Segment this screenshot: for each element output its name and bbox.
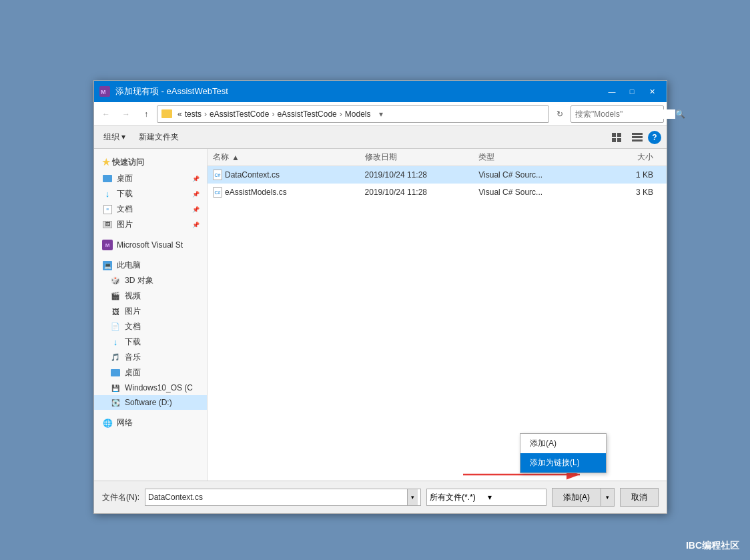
breadcrumb-models[interactable]: Models: [345, 109, 371, 119]
file-row-datacontext[interactable]: C# DataContext.cs 2019/10/24 11:28 Visua…: [208, 166, 667, 184]
sidebar-item-3d[interactable]: 🎲 3D 对象: [94, 273, 207, 288]
sidebar-item-win10[interactable]: 💾 Windows10_OS (C: [94, 380, 207, 395]
search-input[interactable]: [575, 109, 675, 119]
title-bar: M 添加现有项 - eAssistWebTest — □ ✕: [94, 81, 667, 102]
file-list: 名称 ▲ 修改日期 类型 大小 C# DataContext.cs 2019/1…: [208, 149, 667, 481]
filetype-dropdown-icon: ▾: [488, 493, 543, 502]
desktop2-icon: [110, 368, 121, 378]
sidebar-item-download[interactable]: ↓ 下载 📌: [94, 186, 207, 202]
filename-dropdown-btn[interactable]: ▾: [407, 489, 418, 505]
file-name-eassist: eAssistModels.cs: [225, 188, 287, 197]
menu-item-add-as-link[interactable]: 添加为链接(L): [520, 453, 606, 473]
dl-icon: ↓: [110, 337, 121, 348]
breadcrumb-tests[interactable]: tests: [185, 109, 202, 119]
back-button[interactable]: ←: [97, 105, 115, 123]
new-folder-label: 新建文件夹: [139, 131, 179, 143]
sidebar-label-software: Software (D:): [125, 398, 172, 407]
sidebar-label-dl: 下载: [125, 336, 141, 348]
file-name-col: C# DataContext.cs: [213, 170, 365, 180]
music-icon: 🎵: [110, 352, 121, 363]
quick-access-section: ★ 快速访问 桌面 📌 ↓ 下载 📌: [94, 154, 207, 232]
sidebar-item-pics[interactable]: 🖼 图片: [94, 304, 207, 319]
maximize-button[interactable]: □: [623, 85, 641, 98]
sidebar-label-pics: 图片: [125, 306, 141, 317]
new-folder-button[interactable]: 新建文件夹: [135, 130, 183, 144]
add-button[interactable]: 添加(A): [552, 488, 601, 507]
file-name-col2: C# eAssistModels.cs: [213, 187, 365, 198]
file-date-datacontext: 2019/10/24 11:28: [365, 170, 479, 180]
menu-item-add[interactable]: 添加(A): [520, 434, 606, 453]
view-list-button[interactable]: [628, 130, 647, 145]
col-name-header[interactable]: 名称 ▲: [213, 152, 365, 163]
svg-text:M: M: [101, 89, 106, 95]
cancel-button[interactable]: 取消: [620, 488, 659, 507]
pin-icon2: 📌: [192, 191, 199, 198]
refresh-button[interactable]: ↻: [550, 105, 569, 123]
toolbar: 组织 ▾ 新建文件夹 ?: [94, 126, 667, 149]
svg-rect-8: [632, 139, 643, 142]
minimize-button[interactable]: —: [603, 85, 621, 98]
file-name-datacontext: DataContext.cs: [225, 170, 280, 180]
pin-icon: 📌: [192, 176, 199, 182]
breadcrumb-eassist2[interactable]: eAssistTestCode: [277, 109, 336, 119]
filetype-select[interactable]: 所有文件(*.*) ▾: [426, 489, 546, 506]
view-grid-button[interactable]: [608, 130, 627, 145]
dropdown-menu: 添加(A) 添加为链接(L): [520, 433, 607, 473]
pin-icon4: 📌: [192, 222, 199, 228]
view-controls: ?: [608, 130, 661, 145]
add-btn-group: 添加(A) ▾: [552, 488, 615, 507]
col-type-header[interactable]: 类型: [478, 152, 593, 163]
breadcrumb-eassist1[interactable]: eAssistTestCode: [210, 109, 269, 119]
network-section: 🌐 网络: [94, 415, 207, 431]
up-button[interactable]: ↑: [137, 105, 155, 123]
sidebar-item-docs2[interactable]: 📄 文档: [94, 319, 207, 334]
sidebar-item-thispc[interactable]: 💻 此电脑: [94, 258, 207, 273]
desktop-icon: [102, 174, 113, 184]
vs-title-icon: M: [99, 86, 110, 97]
filename-input-wrapper[interactable]: DataContext.cs ▾: [145, 489, 421, 506]
address-bar: ← → ↑ « tests › eAssistTestCode › eAssis…: [94, 102, 667, 126]
sidebar-item-network[interactable]: 🌐 网络: [94, 415, 207, 431]
sidebar-item-dl[interactable]: ↓ 下载: [94, 334, 207, 350]
sidebar-item-desktop[interactable]: 桌面 📌: [94, 171, 207, 186]
file-date-eassist: 2019/10/24 11:28: [365, 188, 479, 197]
sidebar-item-vs[interactable]: M Microsoft Visual St: [94, 238, 207, 252]
file-row-eassistmodels[interactable]: C# eAssistModels.cs 2019/10/24 11:28 Vis…: [208, 184, 667, 201]
software-icon: 💽: [110, 397, 121, 408]
col-size-header[interactable]: 大小: [593, 152, 661, 163]
breadcrumb[interactable]: « tests › eAssistTestCode › eAssistTestC…: [157, 105, 549, 123]
breadcrumb-dropdown[interactable]: ▾: [373, 109, 389, 119]
vs-icon: M: [102, 240, 113, 250]
sort-icon: ▲: [232, 153, 240, 162]
sidebar-item-video[interactable]: 🎬 视频: [94, 288, 207, 304]
sidebar-label-network: 网络: [117, 417, 133, 429]
sidebar-item-music[interactable]: 🎵 音乐: [94, 350, 207, 365]
svg-rect-2: [612, 133, 616, 137]
file-size-datacontext: 1 KB: [593, 170, 661, 180]
svg-rect-5: [617, 138, 621, 142]
svg-rect-4: [612, 138, 616, 142]
sidebar-item-software[interactable]: 💽 Software (D:): [94, 395, 207, 410]
file-size-eassist: 3 KB: [593, 188, 661, 197]
cs-file-icon2: C#: [213, 187, 222, 198]
sidebar-item-desktop2[interactable]: 桌面: [94, 365, 207, 380]
search-bar[interactable]: 🔍: [571, 105, 664, 123]
svg-rect-6: [632, 133, 643, 135]
col-date-header[interactable]: 修改日期: [365, 152, 479, 163]
sidebar-label-download: 下载: [117, 188, 133, 200]
sidebar-item-docs[interactable]: ≡ 文档 📌: [94, 202, 207, 217]
organize-button[interactable]: 组织 ▾: [99, 130, 129, 144]
sidebar-item-images[interactable]: 🖼 图片 📌: [94, 217, 207, 232]
vs-section: M Microsoft Visual St: [94, 238, 207, 252]
forward-button[interactable]: →: [117, 105, 135, 123]
close-button[interactable]: ✕: [643, 85, 661, 98]
sidebar-label-win10: Windows10_OS (C: [125, 383, 193, 392]
title-bar-controls: — □ ✕: [603, 85, 661, 98]
filename-value: DataContext.cs: [148, 493, 404, 502]
add-dropdown-button[interactable]: ▾: [601, 488, 615, 507]
sidebar: ★ 快速访问 桌面 📌 ↓ 下载 📌: [94, 149, 208, 481]
download-icon: ↓: [102, 189, 113, 200]
sidebar-label-music: 音乐: [125, 352, 141, 363]
help-button[interactable]: ?: [648, 131, 661, 144]
cs-file-icon: C#: [213, 170, 222, 180]
